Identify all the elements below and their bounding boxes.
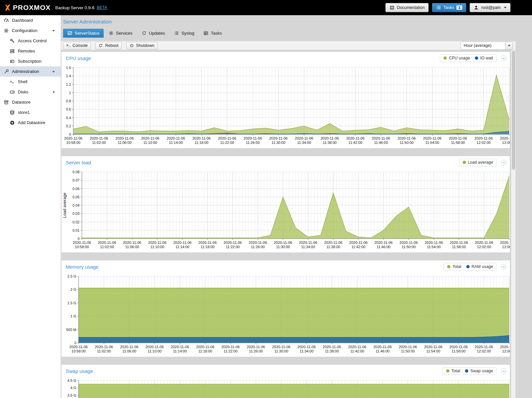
svg-text:0: 0 [78,237,80,241]
legend-dot [465,369,468,373]
svg-text:2020-11-06: 2020-11-06 [400,241,418,245]
sidebar-item-add-datastore[interactable]: Add Datastore [0,117,61,128]
svg-text:2020-11-06: 2020-11-06 [475,345,493,349]
sidebar-item-configuration[interactable]: Configuration [0,25,61,36]
svg-text:11:06:00: 11:06:00 [122,349,136,353]
terminal-prompt-icon: >_ [66,44,71,48]
timeframe-select[interactable]: Hour (average) [461,42,513,50]
sidebar-item-dashboard[interactable]: Dashboard [0,15,61,25]
svg-text:11:22:00: 11:22:00 [220,141,234,145]
svg-text:500 M: 500 M [66,328,76,332]
svg-text:11:14:00: 11:14:00 [169,141,183,145]
expand-arrow-icon[interactable] [53,91,55,93]
sidebar-item-shell[interactable]: Shell [0,77,61,87]
tasks-button[interactable]: Tasks 1 [432,3,466,12]
sidebar-item-administration[interactable]: Administration [0,66,61,77]
svg-text:2020-11-06: 2020-11-06 [73,241,91,245]
beta-link[interactable]: BETA [97,5,107,10]
user-menu-button[interactable]: root@pam [470,3,511,12]
tab-syslog[interactable]: Syslog [170,29,198,38]
tab-updates[interactable]: Updates [137,29,169,38]
main-content: Server Administration ServerStatus Servi… [61,15,515,398]
svg-text:11:26:00: 11:26:00 [251,245,265,249]
actions-toolbar: >_ Console Reboot Shutdown Hour (average… [61,41,515,50]
svg-text:2020-11-06: 2020-11-06 [98,241,116,245]
svg-text:11:34:00: 11:34:00 [297,141,311,145]
svg-text:2020-11-06: 2020-11-06 [321,136,339,140]
reboot-icon [98,43,103,48]
svg-text:11:50:00: 11:50:00 [402,245,416,249]
svg-text:2020-11-06: 2020-11-06 [145,345,163,349]
svg-text:11:26:00: 11:26:00 [249,349,263,353]
chart-legend: CPU usage IO wait [440,54,497,62]
svg-text:2020-11-06: 2020-11-06 [475,241,493,245]
sidebar-item-label: Subscription [18,59,42,64]
sidebar-item-subscription[interactable]: Subscription [0,56,61,66]
svg-text:2020-11-06: 2020-11-06 [425,241,443,245]
sidebar-item-label: Configuration [12,28,37,33]
legend-item: Total [447,264,461,269]
collapse-arrow-icon[interactable] [52,71,55,73]
svg-text:2020-11-06: 2020-11-06 [148,241,166,245]
key-icon [9,38,15,44]
svg-text:0.01: 0.01 [73,228,80,232]
tab-serverstatus[interactable]: ServerStatus [63,29,104,38]
reboot-button[interactable]: Reboot [95,42,122,50]
svg-text:3.5 G: 3.5 G [67,393,76,397]
cpu-usage-chart: 2020-11-0610:58:002020-11-0611:02:002020… [61,64,510,148]
svg-text:11:02:00: 11:02:00 [100,245,114,249]
sidebar-item-datastore[interactable]: Datastore [0,97,61,107]
tab-tasks[interactable]: Tasks [199,29,226,38]
wrench-icon [3,69,9,74]
svg-text:10:58:00: 10:58:00 [75,245,89,249]
vertical-scrollbar[interactable] [511,50,515,398]
legend-dot [447,265,450,268]
app-header: PROXMOX Backup Server 0.9-6 BETA Documen… [0,0,532,15]
tasks-badge: 1 [456,5,462,10]
svg-text:4.5 G: 4.5 G [67,379,76,382]
svg-text:0.8: 0.8 [66,99,71,103]
svg-text:11:10:00: 11:10:00 [143,141,157,145]
legend-item: Load average [463,160,493,165]
book-icon [389,5,395,10]
sidebar-item-remotes[interactable]: Remotes [0,46,61,56]
svg-text:1 G: 1 G [70,314,76,318]
svg-text:1.6: 1.6 [66,66,71,70]
legend-dot [463,161,466,164]
collapse-panel-icon[interactable] [501,55,507,61]
scrollbar-thumb[interactable] [512,51,515,170]
sidebar-item-access-control[interactable]: Access Control [0,36,61,46]
svg-text:11:54:00: 11:54:00 [427,245,441,249]
svg-text:1.2: 1.2 [66,83,71,86]
svg-text:11:54:00: 11:54:00 [426,349,440,353]
svg-text:2020-11-06: 2020-11-06 [324,241,342,245]
svg-text:2020-11-06: 2020-11-06 [222,345,240,349]
shutdown-button[interactable]: Shutdown [126,42,158,50]
svg-text:2020-11-06: 2020-11-06 [218,136,236,140]
svg-text:0: 0 [69,132,71,136]
svg-text:2 G: 2 G [70,287,76,291]
legend-label: Load average [468,160,493,165]
svg-text:2020-11-06: 2020-11-06 [173,241,192,245]
combo-trigger-icon[interactable] [505,42,513,50]
svg-text:0.03: 0.03 [73,212,80,216]
svg-text:2020-11-06: 2020-11-06 [500,345,510,349]
product-version: Backup Server 0.9-6 [55,5,94,10]
svg-text:11:34:00: 11:34:00 [300,349,313,353]
collapse-arrow-icon[interactable] [52,30,55,32]
svg-text:2020-11-06: 2020-11-06 [373,345,392,349]
console-button[interactable]: >_ Console [63,42,91,50]
tab-services[interactable]: Services [104,29,137,38]
sidebar-item-disks[interactable]: Disks [0,87,61,97]
svg-text:4 G: 4 G [70,386,76,390]
collapse-panel-icon[interactable] [501,264,507,270]
svg-text:0.2: 0.2 [66,124,71,128]
sidebar-item-store1[interactable]: store1 [0,107,61,117]
page-title: Server Administration [61,15,515,29]
collapse-panel-icon[interactable] [501,368,507,374]
collapse-panel-icon[interactable] [501,160,507,165]
svg-text:2020-11-06: 2020-11-06 [120,345,138,349]
documentation-button[interactable]: Documentation [385,3,429,12]
svg-text:11:18:00: 11:18:00 [198,349,212,353]
svg-text:11:06:00: 11:06:00 [125,245,139,249]
